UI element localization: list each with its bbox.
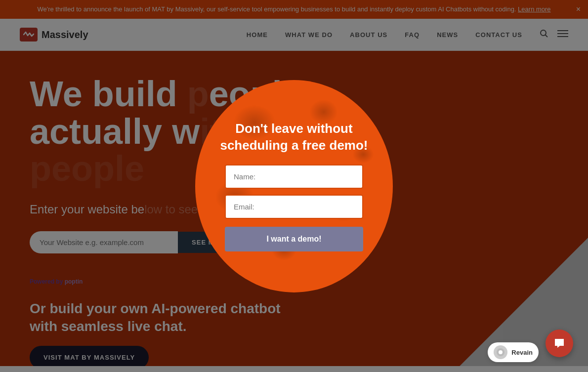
modal-overlay[interactable]: × Don't leave without scheduling a free … (0, 0, 588, 372)
modal-close-button[interactable]: × (365, 80, 383, 90)
modal-submit-button[interactable]: I want a demo! (225, 227, 363, 251)
svg-point-6 (499, 350, 503, 354)
chat-widget[interactable] (546, 330, 573, 357)
modal-inner: Don't leave without scheduling a free de… (195, 106, 393, 267)
revain-text: Revain (511, 349, 533, 356)
modal-container: × Don't leave without scheduling a free … (195, 80, 393, 292)
revain-widget[interactable]: Revain (488, 342, 539, 362)
modal-title: Don't leave without scheduling a free de… (220, 121, 368, 154)
modal-name-input[interactable] (225, 165, 363, 189)
modal-email-input[interactable] (225, 195, 363, 219)
revain-icon (494, 345, 507, 359)
